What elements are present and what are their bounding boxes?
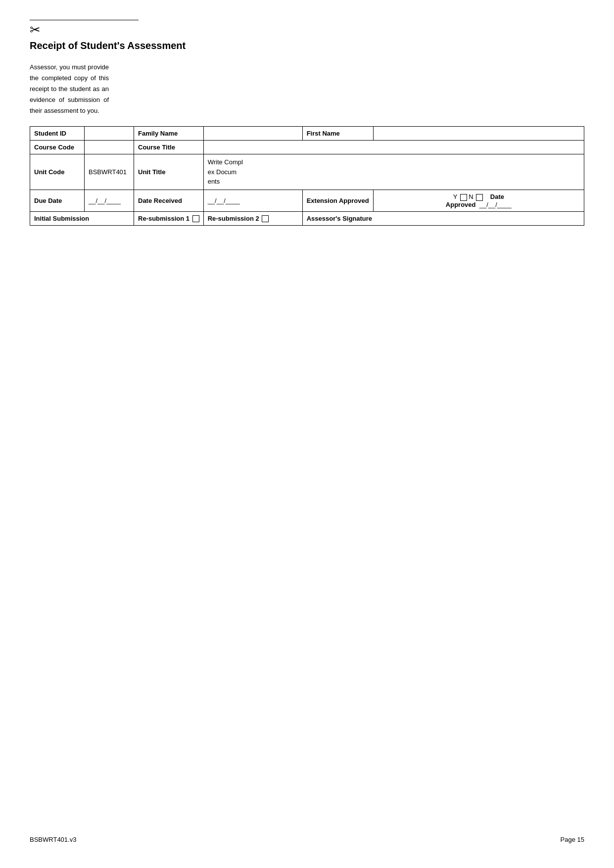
date-received-value: __/__/____ <box>203 190 302 211</box>
form-table: Student ID Family Name First Name Course… <box>30 126 584 226</box>
footer-left: BSBWRT401.v3 <box>30 836 76 843</box>
resubmission2-label: Re-submission 2 <box>203 211 302 226</box>
description-text: Assessor, you must provide the completed… <box>30 62 109 116</box>
family-name-label: Family Name <box>134 127 204 141</box>
unit-title-label: Unit Title <box>134 154 204 190</box>
table-row-unit: Unit Code BSBWRT401 Unit Title Write Com… <box>30 154 584 190</box>
course-title-label: Course Title <box>134 141 204 154</box>
yes-checkbox[interactable] <box>460 194 467 201</box>
resubmission2-checkbox[interactable] <box>262 215 269 222</box>
table-row-dates: Due Date __/__/____ Date Received __/__/… <box>30 190 584 211</box>
date-approved-label: DateApproved <box>446 193 504 208</box>
footer-right: Page 15 <box>561 836 584 843</box>
first-name-value <box>373 127 584 141</box>
resubmission1-label: Re-submission 1 <box>134 211 204 226</box>
course-title-value <box>203 141 584 154</box>
page: ✂ Receipt of Student's Assessment Assess… <box>0 0 614 868</box>
student-id-value <box>85 127 134 141</box>
extension-approved-label: Extension Approved <box>302 190 373 211</box>
title-block: Receipt of Student's Assessment <box>30 39 584 52</box>
table-row-student: Student ID Family Name First Name <box>30 127 584 141</box>
assessors-signature-label: Assessor's Signature <box>302 211 584 226</box>
student-id-label: Student ID <box>30 127 85 141</box>
family-name-value <box>203 127 302 141</box>
no-checkbox[interactable] <box>476 194 483 201</box>
unit-code-label: Unit Code <box>30 154 85 190</box>
footer: BSBWRT401.v3 Page 15 <box>30 836 584 843</box>
due-date-label: Due Date <box>30 190 85 211</box>
initial-submission-label: Initial Submission <box>30 211 134 226</box>
first-name-label: First Name <box>302 127 373 141</box>
due-date-value: __/__/____ <box>85 190 134 211</box>
unit-title-value: Write Complex Documents <box>203 154 584 190</box>
unit-code-value: BSBWRT401 <box>85 154 134 190</box>
scissors-icon: ✂ <box>30 23 584 36</box>
page-title: Receipt of Student's Assessment <box>30 39 584 52</box>
resubmission1-checkbox[interactable] <box>192 215 199 222</box>
extension-yn: Y N DateApproved __/__/____ <box>373 190 584 211</box>
table-row-submission: Initial Submission Re-submission 1 Re-su… <box>30 211 584 226</box>
course-code-value <box>85 141 134 154</box>
date-received-label: Date Received <box>134 190 204 211</box>
top-rule <box>30 20 139 20</box>
table-row-course: Course Code Course Title <box>30 141 584 154</box>
course-code-label: Course Code <box>30 141 85 154</box>
